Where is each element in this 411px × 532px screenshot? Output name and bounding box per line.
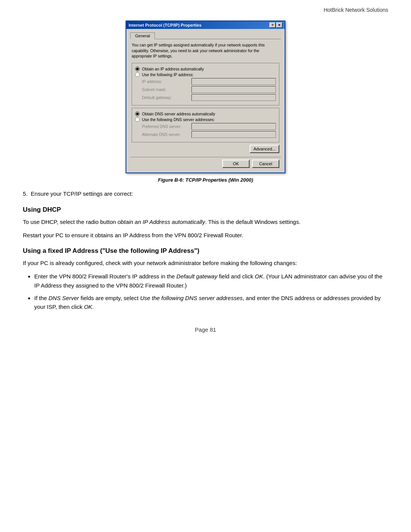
radio-manual-ip-row: Use the following IP address: <box>135 72 276 77</box>
dhcp-para2: Restart your PC to ensure it obtains an … <box>23 231 388 240</box>
titlebar-buttons: ? ✕ <box>269 22 282 28</box>
dialog-body: General You can get IP settings assigned… <box>126 29 285 173</box>
radio-auto-ip-row: Obtain an IP address automatically <box>135 67 276 71</box>
close-button[interactable]: ✕ <box>276 22 282 28</box>
page-number: Page 81 <box>195 326 216 333</box>
bullet2-italic: DNS Server <box>49 295 79 301</box>
radio-auto-ip-label: Obtain an IP address automatically <box>142 67 204 71</box>
bullet-1: Enter the VPN 800/2 Firewall Router's IP… <box>34 272 388 290</box>
dhcp-para1-italic: obtain an IP Address automatically <box>118 219 205 225</box>
gateway-input[interactable] <box>191 94 276 101</box>
radio-manual-ip[interactable] <box>135 72 140 77</box>
tab-general[interactable]: General <box>130 32 155 39</box>
preferred-dns-row: Preferred DNS server: <box>142 123 276 130</box>
bullet-2: If the DNS Server fields are empty, sele… <box>34 294 388 312</box>
gateway-row: Default gateway: <box>142 94 276 101</box>
tcpip-dialog: Internet Protocol (TCP/IP) Properties ? … <box>126 21 285 173</box>
bullet1-italic2: OK <box>255 273 263 280</box>
step-number: 5. <box>23 190 31 197</box>
bullet2-end: . <box>92 304 94 310</box>
dialog-titlebar: Internet Protocol (TCP/IP) Properties ? … <box>126 21 285 29</box>
preferred-dns-label: Preferred DNS server: <box>142 124 191 129</box>
bullet2-middle: fields are empty, select <box>79 295 140 301</box>
fixed-ip-bullets: Enter the VPN 800/2 Firewall Router's IP… <box>34 272 388 311</box>
fixed-ip-para1: If your PC is already configured, check … <box>23 259 388 267</box>
dialog-description: You can get IP settings assigned automat… <box>132 42 279 59</box>
bullet1-after: field and click <box>217 273 255 280</box>
radio-manual-ip-label: Use the following IP address: <box>142 72 194 77</box>
radio-manual-dns[interactable] <box>135 117 140 122</box>
radio-auto-ip[interactable] <box>135 67 140 71</box>
bullet2-italic2: Use the following DNS server addresses <box>140 295 242 301</box>
dialog-buttons: OK Cancel <box>130 157 281 169</box>
bullet2-before: If the <box>34 295 49 301</box>
radio-manual-dns-row: Use the following DNS server addresses: <box>135 117 276 122</box>
fixed-ip-heading: Using a fixed IP Address ("Use the follo… <box>23 247 388 255</box>
step-5: 5. Ensure your TCP/IP settings are corre… <box>23 190 388 198</box>
subnet-mask-input[interactable] <box>191 86 276 93</box>
dhcp-para1-before: To use DHCP, select the radio button <box>23 219 118 225</box>
step-text: Ensure your TCP/IP settings are correct: <box>31 190 133 197</box>
dhcp-para1-after: . This is the default Windows settings. <box>205 219 301 225</box>
alternate-dns-label: Alternate DNS server: <box>142 132 191 137</box>
preferred-dns-input[interactable] <box>191 123 276 130</box>
radio-auto-dns-row: Obtain DNS server address automatically <box>135 112 276 116</box>
brand-name: HotBrick Network Solutions <box>323 7 388 13</box>
subnet-mask-row: Subnet mask: <box>142 86 276 93</box>
ip-address-group: Obtain an IP address automatically Use t… <box>132 63 279 105</box>
ok-button[interactable]: OK <box>222 160 250 168</box>
alternate-dns-row: Alternate DNS server: <box>142 131 276 138</box>
ip-label: IP address: <box>142 79 191 84</box>
dialog-title: Internet Protocol (TCP/IP) Properties <box>129 23 201 27</box>
alternate-dns-input[interactable] <box>191 131 276 138</box>
gateway-label: Default gateway: <box>142 95 191 100</box>
bullet2-italic3: OK <box>84 304 92 310</box>
bullet1-italic: Default gateway <box>177 273 218 280</box>
tab-bar: General <box>130 32 281 39</box>
help-button[interactable]: ? <box>269 22 276 28</box>
ip-address-row: IP address: <box>142 78 276 85</box>
page-header: HotBrick Network Solutions <box>0 0 411 17</box>
advanced-button[interactable]: Advanced... <box>250 145 279 153</box>
radio-auto-dns-label: Obtain DNS server address automatically <box>142 112 215 116</box>
dhcp-heading: Using DHCP <box>23 206 388 214</box>
dialog-container: Internet Protocol (TCP/IP) Properties ? … <box>114 21 297 190</box>
figure-caption: Figure B-6: TCP/IP Properties (Win 2000) <box>158 177 253 183</box>
dns-group: Obtain DNS server address automatically … <box>132 108 279 142</box>
page-content: 5. Ensure your TCP/IP settings are corre… <box>0 190 411 311</box>
subnet-label: Subnet mask: <box>142 87 191 92</box>
bullet1-before: Enter the VPN 800/2 Firewall Router's IP… <box>34 273 177 280</box>
page-footer: Page 81 <box>0 326 411 340</box>
ip-address-input[interactable] <box>191 78 276 85</box>
dhcp-para1: To use DHCP, select the radio button obt… <box>23 217 388 226</box>
radio-manual-dns-label: Use the following DNS server addresses: <box>142 117 215 122</box>
advanced-row: Advanced... <box>132 145 279 153</box>
radio-auto-dns[interactable] <box>135 112 140 116</box>
cancel-button[interactable]: Cancel <box>252 160 279 168</box>
